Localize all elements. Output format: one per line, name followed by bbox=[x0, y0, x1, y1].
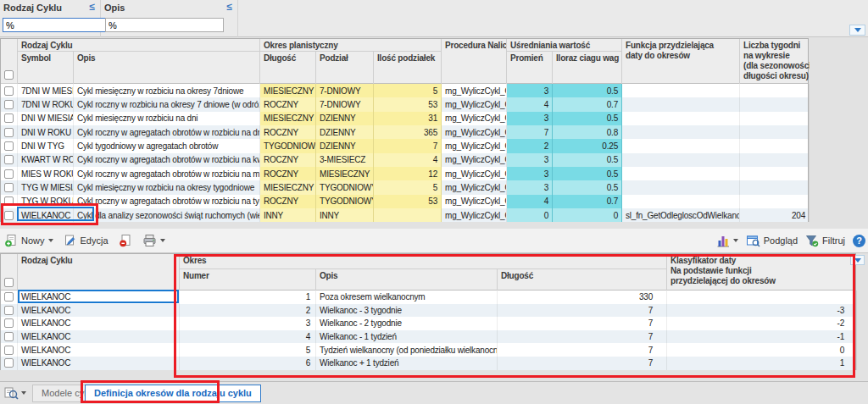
table-row[interactable]: WIELKANOC 1 Poza okresem wielkanocnym 33… bbox=[1, 291, 855, 304]
cell-procedura: mg_WyliczCykl_Ot bbox=[442, 153, 507, 167]
cell-dlugosc: MIESIECZNY bbox=[260, 112, 316, 125]
table-row[interactable]: KWART W ROKU Cykl roczny w agregatach ob… bbox=[1, 153, 808, 167]
row-checkbox[interactable] bbox=[4, 196, 14, 206]
column-header-iloraz[interactable]: Iloraz ciagu wag bbox=[553, 52, 622, 84]
column-header-promien[interactable]: Promień bbox=[507, 52, 553, 84]
column-header-rodzaj-cyklu[interactable]: Rodzaj Cyklu bbox=[18, 254, 180, 291]
cell-podzial: INNY bbox=[316, 208, 374, 222]
column-header-opis[interactable]: Opis bbox=[74, 52, 260, 84]
tab-definicja-okresow[interactable]: Definicja okresów dla rodzaju cyklu bbox=[85, 385, 261, 402]
table-row[interactable]: MIES W ROKU Cykl roczny w agregatach obr… bbox=[1, 167, 808, 180]
cell-podzial: 7-DNIOWY bbox=[316, 97, 374, 111]
table-row[interactable]: 7DNI W MIESIA Cykl miesięczny w rozbiciu… bbox=[1, 84, 808, 97]
cell-liczba-tygodni bbox=[740, 180, 810, 194]
header-line: przydzielającej do okresów bbox=[670, 276, 854, 286]
table-row[interactable]: WIELKANOC 2 Wielkanoc - 3 tygodnie 7 -3 bbox=[1, 304, 855, 318]
table-row[interactable]: WIELKANOC 5 Tydzień wielkanocny (od poni… bbox=[1, 343, 855, 357]
row-checkbox[interactable] bbox=[4, 113, 14, 123]
table-row[interactable]: WIELKANOC 3 Wielkanoc - 2 tygodnie 7 -2 bbox=[1, 317, 855, 330]
detail-view-icon[interactable] bbox=[4, 386, 19, 401]
table-row[interactable]: TYG W MIESIAC Cykl miesięczny w rozbiciu… bbox=[1, 180, 808, 194]
chart-button[interactable] bbox=[716, 235, 738, 247]
cell-symbol: TYG W ROKU bbox=[18, 195, 74, 208]
cell-dlugosc: ROCZNY bbox=[260, 153, 316, 167]
filter-operator-icon[interactable]: ≤ bbox=[89, 1, 95, 13]
column-header-numer[interactable]: Numer bbox=[180, 269, 316, 291]
print-button[interactable] bbox=[142, 234, 165, 247]
table-row[interactable]: DNI W TYG Cykl tygodniowy w agregatach o… bbox=[1, 139, 808, 152]
row-checkbox[interactable] bbox=[4, 155, 14, 164]
column-header-podzial[interactable]: Podział bbox=[316, 52, 374, 84]
new-button-label: Nowy bbox=[21, 235, 45, 246]
checkbox-cell bbox=[1, 84, 18, 97]
table-row[interactable]: WIELKANOC Cykl dla analizy sezonowości ś… bbox=[1, 208, 808, 222]
filter-operator-icon[interactable]: ≤ bbox=[226, 1, 232, 13]
row-checkbox[interactable] bbox=[4, 318, 14, 328]
column-header-group-usredniania[interactable]: Uśredniania wartość bbox=[507, 39, 622, 52]
filter-input-opis[interactable] bbox=[105, 18, 224, 32]
table-row[interactable]: WIELKANOC 4 Wielkanoc - 1 tydzień 7 -1 bbox=[1, 330, 855, 344]
column-header-procedura[interactable]: Procedura Naliczaj bbox=[442, 39, 507, 84]
row-checkbox[interactable] bbox=[4, 346, 14, 355]
column-header-symbol[interactable]: Symbol bbox=[18, 52, 74, 84]
row-checkbox[interactable] bbox=[4, 306, 14, 315]
table-row[interactable]: DNI W MIESIAC Cykl miesięczny w rozbiciu… bbox=[1, 112, 808, 125]
help-button[interactable]: ? bbox=[853, 235, 865, 247]
cell-procedura: mg_WyliczCykl_Ot bbox=[442, 84, 507, 97]
column-header-funkcja[interactable]: Funkcja przydzielająca daty do okresów bbox=[622, 39, 740, 84]
column-header-group-okres[interactable]: Okres bbox=[180, 254, 667, 269]
cell-liczba-tygodni bbox=[740, 153, 810, 167]
cell-liczba-tygodni bbox=[740, 112, 810, 125]
column-header-ilosc-podzialek[interactable]: Ilość podziałek bbox=[374, 52, 442, 84]
table-row[interactable]: 7DNI W ROKU Cykl roczny w rozbiciu na ok… bbox=[1, 97, 808, 111]
delete-button[interactable] bbox=[119, 234, 132, 247]
cell-dlugosc: 7 bbox=[498, 304, 667, 318]
cell-dlugosc: MIESIECZNY bbox=[260, 84, 316, 97]
row-checkbox[interactable] bbox=[4, 86, 14, 96]
row-checkbox[interactable] bbox=[4, 211, 14, 220]
chevron-down-icon[interactable] bbox=[21, 391, 26, 395]
cell-promien: 3 bbox=[507, 180, 553, 194]
table-row[interactable]: DNI W ROKU Cykl roczny w agregatach obro… bbox=[1, 125, 808, 139]
column-header-dlugosc[interactable]: Długość bbox=[260, 52, 316, 84]
column-chooser-button[interactable] bbox=[850, 255, 865, 265]
header-line: daty do okresów bbox=[626, 51, 736, 61]
checkbox-cell bbox=[1, 317, 18, 330]
row-checkbox[interactable] bbox=[4, 183, 14, 192]
column-header-klasyfikator[interactable]: Klasyfikator daty Na podstawie funkcji p… bbox=[667, 254, 857, 291]
cell-opis: Cykl roczny w rozbiciu na okresy 7 dniow… bbox=[74, 97, 260, 111]
select-all-checkbox[interactable] bbox=[4, 278, 14, 287]
column-header-group-okres-planistyczny[interactable]: Okres planistyczny bbox=[260, 39, 442, 52]
select-all-checkbox[interactable] bbox=[4, 70, 14, 80]
filter-button[interactable]: Filtruj bbox=[805, 235, 845, 247]
column-chooser-button[interactable] bbox=[849, 25, 865, 36]
edit-button[interactable]: Edycja bbox=[64, 234, 108, 247]
cell-liczba-tygodni bbox=[740, 97, 810, 111]
filter-button-label: Filtruj bbox=[822, 235, 845, 246]
column-header-dlugosc[interactable]: Długość bbox=[498, 269, 667, 291]
column-header-liczba-tygodni[interactable]: Liczba tygodni na wykresie (dla sezonowo… bbox=[740, 39, 810, 84]
row-checkbox[interactable] bbox=[4, 100, 14, 109]
row-checkbox[interactable] bbox=[4, 128, 14, 137]
row-checkbox[interactable] bbox=[4, 169, 14, 179]
row-checkbox[interactable] bbox=[4, 358, 14, 368]
row-checkbox[interactable] bbox=[4, 332, 14, 341]
checkbox-cell bbox=[1, 304, 18, 318]
cell-ilosc-podzialek bbox=[374, 208, 442, 222]
preview-button[interactable]: Podgląd bbox=[746, 235, 798, 247]
column-header-opis[interactable]: Opis bbox=[316, 269, 498, 291]
cell-iloraz: 0.5 bbox=[553, 112, 622, 125]
column-header-group-rodzaj-cyklu[interactable]: Rodzaj Cyklu bbox=[18, 39, 260, 52]
cell-opis: Wielkanoc - 2 tygodnie bbox=[316, 317, 498, 330]
cell-rodzaj-cyklu: WIELKANOC bbox=[18, 330, 180, 344]
cell-iloraz: 0.5 bbox=[553, 153, 622, 167]
cell-funkcja bbox=[622, 180, 740, 194]
row-checkbox[interactable] bbox=[4, 292, 14, 302]
table-row[interactable]: WIELKANOC 6 Wielkanoc + 1 tydzień 7 1 bbox=[1, 357, 855, 370]
row-checkbox[interactable] bbox=[4, 141, 14, 151]
table-row[interactable]: TYG W ROKU Cykl roczny w agregatach obro… bbox=[1, 195, 808, 208]
application-window: Rodzaj Cyklu ≤ Opis ≤ Rodzaj Cyklu Symbo… bbox=[0, 0, 868, 404]
new-button[interactable]: Nowy bbox=[4, 234, 53, 247]
cell-klasyfikator: 1 bbox=[667, 357, 857, 370]
cell-dlugosc: ROCZNY bbox=[260, 97, 316, 111]
